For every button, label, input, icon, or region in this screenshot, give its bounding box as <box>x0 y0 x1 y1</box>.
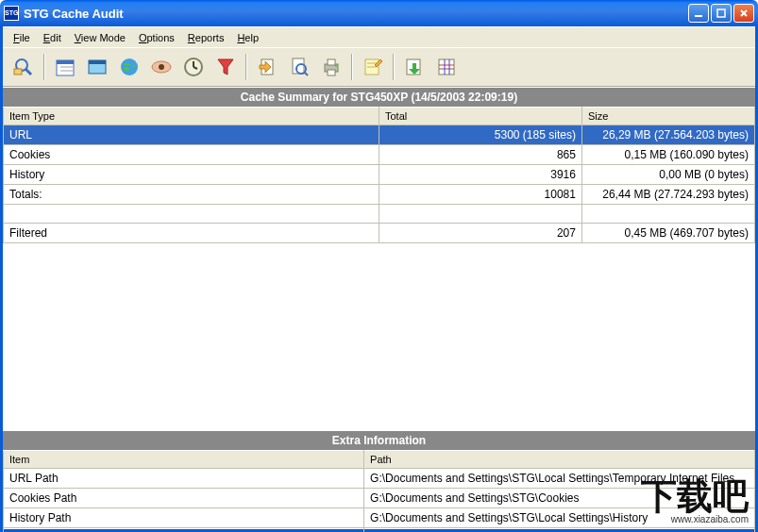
sheet-arrow-button[interactable] <box>399 52 430 82</box>
eye-icon <box>150 56 173 78</box>
cell-type: Totals: <box>4 185 379 205</box>
summary-row[interactable]: URL5300 (185 sites)26,29 MB (27.564.203 … <box>4 125 755 145</box>
summary-row[interactable]: Cookies8650,15 MB (160.090 bytes) <box>4 145 755 165</box>
watermark: 下载吧 www.xiazaiba.com <box>641 478 749 524</box>
summary-row[interactable] <box>4 205 755 224</box>
clock-button[interactable] <box>178 52 209 82</box>
cell-size: 26,29 MB (27.564.203 bytes) <box>581 125 754 145</box>
svg-rect-6 <box>14 69 22 75</box>
cell-size: 26,44 MB (27.724.293 bytes) <box>581 185 754 205</box>
summary-header-row: Item Type Total Size <box>4 108 755 125</box>
svg-line-5 <box>25 69 31 75</box>
search-zoom-button[interactable] <box>8 52 39 82</box>
menu-reports[interactable]: Reports <box>181 30 231 45</box>
summary-row[interactable]: Totals:1008126,44 MB (27.724.293 bytes) <box>4 185 755 205</box>
funnel-icon <box>214 56 237 78</box>
export-icon <box>256 56 278 78</box>
cell-total: 10081 <box>379 185 582 205</box>
cell-type: History <box>4 165 379 185</box>
maximize-button[interactable] <box>711 4 732 23</box>
summary-table[interactable]: Item Type Total Size URL5300 (185 sites)… <box>3 107 755 243</box>
svg-rect-12 <box>89 60 106 64</box>
eye-button[interactable] <box>146 52 177 82</box>
window-button[interactable] <box>82 52 112 82</box>
svg-rect-32 <box>439 59 454 75</box>
funnel-button[interactable] <box>211 52 241 82</box>
toolbar-separator <box>393 54 395 80</box>
title-bar: STG STG Cache Audit <box>0 0 758 26</box>
toolbar <box>3 47 755 87</box>
cell-total: 5300 (185 sites) <box>379 125 582 145</box>
globe-button[interactable] <box>114 52 144 82</box>
print-icon <box>320 56 343 78</box>
close-button[interactable] <box>733 4 754 23</box>
minimize-button[interactable] <box>688 4 709 23</box>
app-icon: STG <box>4 6 19 21</box>
svg-rect-0 <box>695 15 702 17</box>
summary-header: Cache Summary for STG450XP (14/5/2003 22… <box>3 87 755 107</box>
svg-point-14 <box>124 67 129 71</box>
svg-point-13 <box>121 58 138 75</box>
summary-empty-area <box>3 243 755 430</box>
window-icon <box>86 56 109 78</box>
cell-size: 0,00 MB (0 bytes) <box>581 165 754 185</box>
cell-type: Cookies <box>4 145 379 165</box>
zoom-page-icon <box>288 56 311 78</box>
toolbar-separator <box>351 54 353 80</box>
svg-rect-26 <box>328 70 335 75</box>
col-total[interactable]: Total <box>379 108 582 125</box>
summary-row[interactable]: History39160,00 MB (0 bytes) <box>4 165 755 185</box>
svg-line-23 <box>304 72 308 75</box>
col-size[interactable]: Size <box>581 108 754 125</box>
cell-total: 865 <box>379 145 582 165</box>
toolbar-separator <box>43 54 45 80</box>
edit-note-button[interactable] <box>358 52 388 82</box>
cell-type: Filtered <box>4 224 379 243</box>
calendar-icon <box>54 56 76 78</box>
cell-size: 0,15 MB (160.090 bytes) <box>581 145 754 165</box>
window-title: STG Cache Audit <box>24 7 688 21</box>
col-path[interactable]: Path <box>364 451 755 469</box>
menu-bar: File Edit View Mode Options Reports Help <box>3 26 755 47</box>
cell-size <box>581 205 754 224</box>
menu-viewmode[interactable]: View Mode <box>68 30 132 45</box>
svg-rect-8 <box>57 60 74 64</box>
extra-header-row: Item Path <box>4 451 755 469</box>
svg-point-16 <box>159 64 164 70</box>
extra-header: Extra Information <box>3 430 755 450</box>
search-zoom-icon <box>12 56 35 78</box>
cell-item: Cookies Path <box>4 489 364 508</box>
cell-path <box>364 528 755 533</box>
sheet-grid-button[interactable] <box>431 52 462 82</box>
menu-options[interactable]: Options <box>132 30 181 45</box>
sheet-arrow-icon <box>403 56 426 78</box>
cell-item: URL Path <box>4 469 364 489</box>
menu-edit[interactable]: Edit <box>37 30 68 45</box>
cell-size: 0,45 MB (469.707 bytes) <box>581 224 754 243</box>
export-button[interactable] <box>252 52 282 82</box>
svg-point-27 <box>335 65 337 67</box>
zoom-page-button[interactable] <box>284 52 314 82</box>
cell-type <box>4 205 379 224</box>
cell-item: Notes <box>4 528 364 533</box>
col-item-type[interactable]: Item Type <box>4 108 379 125</box>
sheet-grid-icon <box>435 56 458 78</box>
cell-total: 3916 <box>379 165 582 185</box>
watermark-logo: 下载吧 <box>641 478 749 514</box>
col-item[interactable]: Item <box>4 451 364 469</box>
summary-row[interactable]: Filtered2070,45 MB (469.707 bytes) <box>4 224 755 243</box>
toolbar-separator <box>245 54 247 80</box>
cell-total: 207 <box>379 224 582 243</box>
menu-help[interactable]: Help <box>230 30 265 45</box>
calendar-button[interactable] <box>50 52 80 82</box>
edit-note-icon <box>362 56 384 78</box>
print-button[interactable] <box>316 52 346 82</box>
cell-item: History Path <box>4 508 364 528</box>
menu-file[interactable]: File <box>7 30 37 45</box>
globe-icon <box>118 56 141 78</box>
extra-row[interactable]: Notes <box>4 528 755 533</box>
svg-rect-1 <box>717 9 725 17</box>
window-controls <box>688 4 754 23</box>
cell-total <box>379 205 582 224</box>
clock-icon <box>182 56 205 78</box>
